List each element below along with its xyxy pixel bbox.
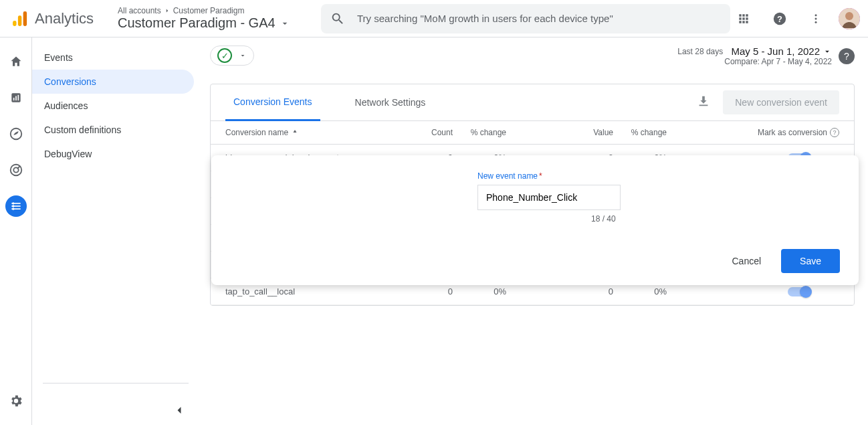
icon-rail (0, 37, 32, 425)
dropdown-arrow-icon (239, 52, 247, 60)
col-count: Count (413, 128, 453, 137)
char-counter: 18 / 40 (591, 214, 840, 224)
rail-reports-icon[interactable] (5, 87, 27, 108)
data-quality-pill[interactable]: ✓ (210, 46, 254, 66)
svg-rect-0 (13, 21, 16, 26)
nav-item-debugview[interactable]: DebugView (32, 142, 194, 166)
help-hint-icon[interactable]: ? (830, 128, 839, 137)
nav-item-audiences[interactable]: Audiences (32, 94, 194, 118)
svg-rect-2 (23, 11, 27, 26)
col-conversion-name[interactable]: Conversion name (225, 128, 413, 137)
collapse-sidebar-icon[interactable] (173, 404, 186, 420)
checkmark-icon: ✓ (217, 48, 232, 63)
product-name: Analytics (35, 10, 94, 27)
table-header: Conversion name Count % change Value % c… (211, 121, 854, 145)
breadcrumb-all-accounts: All accounts (118, 6, 161, 15)
dropdown-arrow-icon (280, 18, 290, 29)
breadcrumb-account: Customer Paradigm (173, 6, 245, 15)
page-help-icon[interactable]: ? (839, 48, 855, 64)
svg-point-6 (815, 17, 817, 19)
account-selector[interactable]: All accounts Customer Paradigm Customer … (118, 6, 318, 31)
dropdown-arrow-icon (823, 47, 832, 56)
cancel-button[interactable]: Cancel (726, 250, 766, 272)
svg-rect-13 (17, 95, 19, 100)
more-vert-icon[interactable] (802, 5, 829, 32)
side-nav: Events Conversions Audiences Custom defi… (32, 37, 199, 425)
svg-point-20 (12, 202, 14, 204)
download-icon[interactable] (696, 94, 711, 111)
tab-network-settings[interactable]: Network Settings (347, 85, 434, 120)
nav-item-custom-definitions[interactable]: Custom definitions (32, 118, 194, 142)
conversion-toggle[interactable] (788, 287, 810, 296)
breadcrumb-property: Customer Paradigm - GA4 (118, 15, 276, 31)
col-change-2: % change (613, 128, 667, 137)
search-bar[interactable]: Try searching "MoM growth in users for e… (321, 4, 730, 33)
date-range-picker[interactable]: Last 28 days May 5 - Jun 1, 2022 (677, 46, 832, 57)
search-icon (330, 11, 345, 26)
apps-icon[interactable] (730, 5, 757, 32)
nav-item-events[interactable]: Events (32, 46, 194, 70)
svg-rect-1 (18, 15, 21, 26)
sort-asc-icon (291, 129, 299, 137)
save-button[interactable]: Save (781, 249, 840, 273)
tab-conversion-events[interactable]: Conversion Events (225, 84, 320, 121)
rail-advertising-icon[interactable] (5, 159, 27, 181)
svg-point-15 (10, 165, 21, 176)
rail-configure-icon[interactable] (5, 195, 27, 217)
user-avatar[interactable] (839, 8, 860, 29)
analytics-logo-icon (11, 9, 29, 28)
svg-text:?: ? (777, 13, 782, 23)
nav-item-conversions[interactable]: Conversions (32, 70, 194, 94)
compare-range: Compare: Apr 7 - May 4, 2022 (677, 57, 832, 66)
svg-point-7 (815, 21, 817, 23)
new-conversion-event-button[interactable]: New conversion event (723, 90, 839, 114)
search-placeholder: Try searching "MoM growth in users for e… (357, 13, 613, 24)
svg-point-21 (12, 205, 14, 207)
help-icon[interactable]: ? (766, 5, 793, 32)
new-event-modal: New event name* 18 / 40 Cancel Save (211, 155, 859, 285)
chevron-right-icon (164, 7, 171, 14)
svg-point-9 (845, 12, 853, 20)
rail-admin-gear-icon[interactable] (5, 390, 27, 412)
col-mark-conversion: Mark as conversion ? (758, 128, 839, 137)
field-label: New event name* (477, 171, 840, 181)
col-value: Value (573, 128, 613, 137)
rail-explore-icon[interactable] (5, 123, 27, 145)
rail-home-icon[interactable] (5, 51, 27, 72)
product-logo-area: Analytics (11, 9, 111, 28)
svg-point-22 (12, 208, 14, 210)
col-change-1: % change (453, 128, 506, 137)
svg-point-5 (815, 14, 817, 16)
event-name-input[interactable] (477, 185, 621, 210)
svg-rect-12 (15, 96, 17, 101)
row-name[interactable]: tap_to_call__local (225, 286, 413, 296)
svg-rect-11 (13, 98, 14, 100)
